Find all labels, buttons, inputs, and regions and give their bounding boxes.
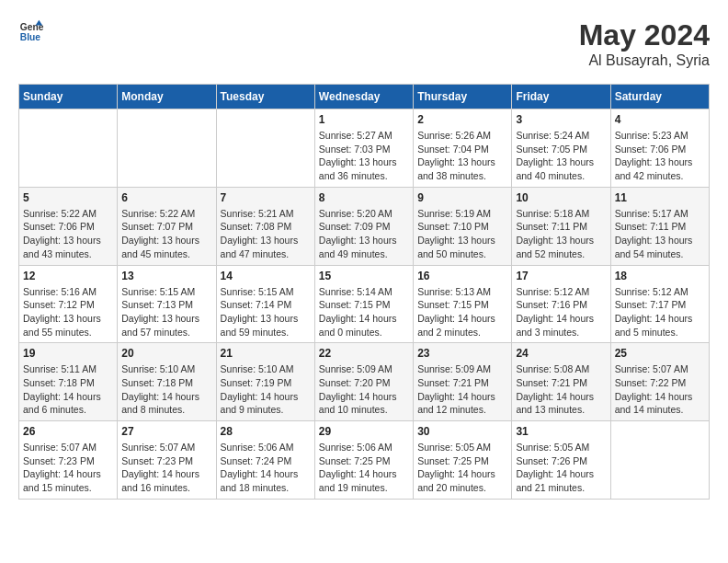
day-info: Sunrise: 5:07 AMSunset: 7:23 PMDaylight:… — [121, 441, 211, 495]
day-info: Sunrise: 5:24 AMSunset: 7:05 PMDaylight:… — [516, 129, 606, 183]
day-number: 18 — [615, 270, 705, 282]
day-number: 13 — [121, 270, 211, 282]
day-info: Sunrise: 5:17 AMSunset: 7:11 PMDaylight:… — [615, 207, 705, 261]
calendar-week-5: 26Sunrise: 5:07 AMSunset: 7:23 PMDayligh… — [19, 421, 710, 500]
day-number: 4 — [615, 113, 705, 126]
calendar-cell: 14Sunrise: 5:15 AMSunset: 7:14 PMDayligh… — [216, 265, 314, 343]
calendar-cell: 16Sunrise: 5:13 AMSunset: 7:15 PMDayligh… — [414, 265, 512, 343]
day-info: Sunrise: 5:19 AMSunset: 7:10 PMDaylight:… — [417, 207, 507, 261]
calendar-cell: 23Sunrise: 5:09 AMSunset: 7:21 PMDayligh… — [414, 343, 512, 421]
calendar-cell: 13Sunrise: 5:15 AMSunset: 7:13 PMDayligh… — [118, 265, 216, 343]
weekday-header-friday: Friday — [512, 85, 610, 109]
weekday-header-wednesday: Wednesday — [314, 85, 413, 109]
month-year-title: May 2024 — [579, 18, 710, 52]
calendar-cell: 27Sunrise: 5:07 AMSunset: 7:23 PMDayligh… — [118, 421, 216, 500]
day-info: Sunrise: 5:23 AMSunset: 7:06 PMDaylight:… — [615, 129, 705, 183]
calendar-cell: 2Sunrise: 5:26 AMSunset: 7:04 PMDaylight… — [414, 109, 512, 188]
calendar-cell: 29Sunrise: 5:06 AMSunset: 7:25 PMDayligh… — [314, 421, 413, 500]
weekday-header-row: SundayMondayTuesdayWednesdayThursdayFrid… — [19, 85, 710, 109]
day-info: Sunrise: 5:06 AMSunset: 7:25 PMDaylight:… — [319, 441, 409, 495]
calendar-cell: 31Sunrise: 5:05 AMSunset: 7:26 PMDayligh… — [512, 421, 610, 500]
day-number: 31 — [516, 425, 606, 438]
day-number: 27 — [121, 425, 211, 438]
weekday-header-thursday: Thursday — [414, 85, 512, 109]
day-number: 10 — [516, 191, 606, 204]
day-number: 16 — [417, 270, 507, 282]
day-number: 2 — [417, 113, 507, 126]
day-info: Sunrise: 5:09 AMSunset: 7:21 PMDaylight:… — [417, 362, 507, 417]
calendar-cell: 21Sunrise: 5:10 AMSunset: 7:19 PMDayligh… — [216, 343, 314, 421]
day-number: 7 — [221, 191, 311, 204]
day-info: Sunrise: 5:07 AMSunset: 7:23 PMDaylight:… — [23, 441, 113, 495]
calendar-cell: 12Sunrise: 5:16 AMSunset: 7:12 PMDayligh… — [19, 265, 118, 343]
day-number: 28 — [221, 425, 311, 438]
day-number: 11 — [615, 191, 705, 204]
day-number: 24 — [516, 347, 606, 360]
day-info: Sunrise: 5:22 AMSunset: 7:06 PMDaylight:… — [23, 207, 113, 261]
day-number: 15 — [319, 270, 409, 282]
day-number: 25 — [615, 347, 705, 360]
day-number: 3 — [516, 113, 606, 126]
calendar-cell: 7Sunrise: 5:21 AMSunset: 7:08 PMDaylight… — [216, 187, 314, 265]
location-subtitle: Al Busayrah, Syria — [579, 52, 710, 69]
calendar-cell: 30Sunrise: 5:05 AMSunset: 7:25 PMDayligh… — [414, 421, 512, 500]
day-info: Sunrise: 5:20 AMSunset: 7:09 PMDaylight:… — [319, 207, 409, 261]
calendar-cell: 24Sunrise: 5:08 AMSunset: 7:21 PMDayligh… — [512, 343, 610, 421]
day-number: 1 — [319, 113, 409, 126]
calendar-week-2: 5Sunrise: 5:22 AMSunset: 7:06 PMDaylight… — [19, 187, 710, 265]
weekday-header-monday: Monday — [118, 85, 216, 109]
calendar-cell — [19, 109, 118, 188]
calendar-cell: 15Sunrise: 5:14 AMSunset: 7:15 PMDayligh… — [314, 265, 413, 343]
calendar-cell — [216, 109, 314, 188]
calendar-cell: 17Sunrise: 5:12 AMSunset: 7:16 PMDayligh… — [512, 265, 610, 343]
calendar-week-4: 19Sunrise: 5:11 AMSunset: 7:18 PMDayligh… — [19, 343, 710, 421]
day-number: 26 — [23, 425, 113, 438]
calendar-cell: 18Sunrise: 5:12 AMSunset: 7:17 PMDayligh… — [610, 265, 709, 343]
day-info: Sunrise: 5:12 AMSunset: 7:16 PMDaylight:… — [516, 285, 606, 339]
day-number: 14 — [221, 270, 311, 282]
weekday-header-sunday: Sunday — [19, 85, 118, 109]
day-number: 21 — [221, 347, 311, 360]
day-info: Sunrise: 5:26 AMSunset: 7:04 PMDaylight:… — [417, 129, 507, 183]
day-number: 19 — [23, 347, 113, 360]
logo: General Blue — [18, 18, 44, 44]
day-number: 30 — [417, 425, 507, 438]
day-number: 8 — [319, 191, 409, 204]
calendar-week-1: 1Sunrise: 5:27 AMSunset: 7:03 PMDaylight… — [19, 109, 710, 188]
day-number: 6 — [121, 191, 211, 204]
calendar-cell: 28Sunrise: 5:06 AMSunset: 7:24 PMDayligh… — [216, 421, 314, 500]
day-number: 5 — [23, 191, 113, 204]
day-number: 17 — [516, 270, 606, 282]
calendar-table: SundayMondayTuesdayWednesdayThursdayFrid… — [18, 84, 710, 500]
day-info: Sunrise: 5:06 AMSunset: 7:24 PMDaylight:… — [221, 441, 311, 495]
calendar-cell: 20Sunrise: 5:10 AMSunset: 7:18 PMDayligh… — [118, 343, 216, 421]
day-info: Sunrise: 5:15 AMSunset: 7:14 PMDaylight:… — [221, 285, 311, 339]
calendar-cell: 5Sunrise: 5:22 AMSunset: 7:06 PMDaylight… — [19, 187, 118, 265]
day-info: Sunrise: 5:05 AMSunset: 7:26 PMDaylight:… — [516, 441, 606, 495]
day-info: Sunrise: 5:11 AMSunset: 7:18 PMDaylight:… — [23, 362, 113, 417]
day-number: 22 — [319, 347, 409, 360]
calendar-cell: 9Sunrise: 5:19 AMSunset: 7:10 PMDaylight… — [414, 187, 512, 265]
logo-icon: General Blue — [18, 18, 44, 44]
svg-text:Blue: Blue — [20, 32, 41, 42]
calendar-cell: 1Sunrise: 5:27 AMSunset: 7:03 PMDaylight… — [314, 109, 413, 188]
day-info: Sunrise: 5:16 AMSunset: 7:12 PMDaylight:… — [23, 285, 113, 339]
weekday-header-saturday: Saturday — [610, 85, 709, 109]
weekday-header-tuesday: Tuesday — [216, 85, 314, 109]
day-info: Sunrise: 5:10 AMSunset: 7:18 PMDaylight:… — [121, 362, 211, 417]
day-info: Sunrise: 5:27 AMSunset: 7:03 PMDaylight:… — [319, 129, 409, 183]
calendar-cell: 8Sunrise: 5:20 AMSunset: 7:09 PMDaylight… — [314, 187, 413, 265]
calendar-cell: 22Sunrise: 5:09 AMSunset: 7:20 PMDayligh… — [314, 343, 413, 421]
day-info: Sunrise: 5:12 AMSunset: 7:17 PMDaylight:… — [615, 285, 705, 339]
calendar-cell: 10Sunrise: 5:18 AMSunset: 7:11 PMDayligh… — [512, 187, 610, 265]
day-info: Sunrise: 5:07 AMSunset: 7:22 PMDaylight:… — [615, 362, 705, 417]
calendar-cell: 6Sunrise: 5:22 AMSunset: 7:07 PMDaylight… — [118, 187, 216, 265]
calendar-cell: 25Sunrise: 5:07 AMSunset: 7:22 PMDayligh… — [610, 343, 709, 421]
day-info: Sunrise: 5:21 AMSunset: 7:08 PMDaylight:… — [221, 207, 311, 261]
day-number: 23 — [417, 347, 507, 360]
calendar-week-3: 12Sunrise: 5:16 AMSunset: 7:12 PMDayligh… — [19, 265, 710, 343]
day-info: Sunrise: 5:13 AMSunset: 7:15 PMDaylight:… — [417, 285, 507, 339]
calendar-cell: 19Sunrise: 5:11 AMSunset: 7:18 PMDayligh… — [19, 343, 118, 421]
calendar-cell: 11Sunrise: 5:17 AMSunset: 7:11 PMDayligh… — [610, 187, 709, 265]
day-info: Sunrise: 5:08 AMSunset: 7:21 PMDaylight:… — [516, 362, 606, 417]
